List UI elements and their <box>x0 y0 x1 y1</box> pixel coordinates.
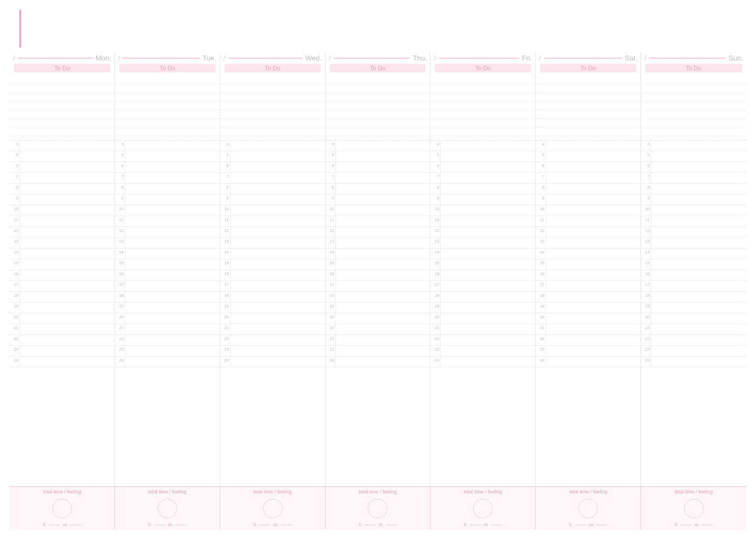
time-content[interactable] <box>335 162 430 172</box>
time-row[interactable]: 13 <box>430 238 535 249</box>
time-row[interactable]: 15 <box>10 259 114 270</box>
time-row[interactable]: 23 <box>10 346 114 357</box>
time-content[interactable] <box>230 227 325 237</box>
time-row[interactable]: 4 <box>115 141 220 151</box>
time-row[interactable]: 20 <box>430 313 535 324</box>
time-row[interactable]: 22 <box>641 335 746 346</box>
time-content[interactable] <box>19 238 114 248</box>
time-row[interactable]: 22 <box>536 335 640 346</box>
time-content[interactable] <box>125 184 220 194</box>
time-content[interactable] <box>545 324 640 335</box>
time-content[interactable] <box>125 151 220 162</box>
time-row[interactable]: 11 <box>641 216 746 227</box>
time-content[interactable] <box>230 249 325 259</box>
time-content[interactable] <box>19 270 114 280</box>
time-row[interactable]: 8 <box>115 184 220 195</box>
time-content[interactable] <box>335 357 430 367</box>
todo-area-3[interactable] <box>326 76 430 141</box>
time-row[interactable]: 15 <box>220 259 325 270</box>
time-row[interactable]: 19 <box>641 303 746 313</box>
time-row[interactable]: 6 <box>641 162 746 173</box>
time-content[interactable] <box>19 162 114 172</box>
time-row[interactable]: 9 <box>115 195 220 205</box>
time-row[interactable]: 9 <box>641 195 746 205</box>
time-row[interactable]: 20 <box>115 313 220 324</box>
time-row[interactable]: 22 <box>220 335 325 346</box>
time-content[interactable] <box>125 238 220 248</box>
time-content[interactable] <box>125 335 220 345</box>
time-content[interactable] <box>335 216 430 226</box>
time-row[interactable]: 8 <box>326 184 430 195</box>
time-row[interactable]: 19 <box>10 303 114 313</box>
time-content[interactable] <box>440 249 535 259</box>
time-content[interactable] <box>335 141 430 151</box>
time-content[interactable] <box>545 292 640 302</box>
time-row[interactable]: 24 <box>536 357 640 367</box>
time-row[interactable]: 8 <box>536 184 640 195</box>
time-content[interactable] <box>19 195 114 205</box>
time-content[interactable] <box>440 205 535 216</box>
time-row[interactable]: 7 <box>115 173 220 184</box>
time-row[interactable]: 16 <box>10 270 114 281</box>
time-content[interactable] <box>230 195 325 205</box>
time-content[interactable] <box>651 346 746 356</box>
time-content[interactable] <box>230 346 325 356</box>
time-content[interactable] <box>651 216 746 226</box>
time-row[interactable]: 18 <box>326 292 430 303</box>
time-content[interactable] <box>19 324 114 335</box>
time-content[interactable] <box>230 173 325 183</box>
time-content[interactable] <box>335 259 430 270</box>
time-content[interactable] <box>230 357 325 367</box>
time-content[interactable] <box>335 195 430 205</box>
time-row[interactable]: 13 <box>536 238 640 249</box>
time-content[interactable] <box>440 313 535 324</box>
time-row[interactable]: 22 <box>10 335 114 346</box>
todo-area-1[interactable] <box>115 76 220 141</box>
time-content[interactable] <box>125 227 220 237</box>
time-row[interactable]: 12 <box>326 227 430 238</box>
time-row[interactable]: 13 <box>220 238 325 249</box>
time-content[interactable] <box>545 227 640 237</box>
time-content[interactable] <box>440 270 535 280</box>
time-content[interactable] <box>651 205 746 216</box>
time-row[interactable]: 16 <box>220 270 325 281</box>
time-row[interactable]: 5 <box>10 151 114 162</box>
time-content[interactable] <box>230 259 325 270</box>
time-content[interactable] <box>440 173 535 183</box>
time-row[interactable]: 12 <box>10 227 114 238</box>
time-row[interactable]: 4 <box>10 141 114 151</box>
time-content[interactable] <box>440 151 535 162</box>
time-content[interactable] <box>651 324 746 335</box>
time-row[interactable]: 24 <box>326 357 430 367</box>
time-content[interactable] <box>545 281 640 291</box>
time-content[interactable] <box>335 292 430 302</box>
time-row[interactable]: 9 <box>326 195 430 205</box>
time-content[interactable] <box>19 249 114 259</box>
time-content[interactable] <box>651 141 746 151</box>
time-content[interactable] <box>230 324 325 335</box>
time-content[interactable] <box>440 184 535 194</box>
time-row[interactable]: 24 <box>430 357 535 367</box>
time-content[interactable] <box>545 259 640 270</box>
time-row[interactable]: 17 <box>220 281 325 292</box>
time-row[interactable]: 6 <box>326 162 430 173</box>
time-row[interactable]: 23 <box>220 346 325 357</box>
time-row[interactable]: 18 <box>641 292 746 303</box>
todo-area-0[interactable] <box>10 76 114 141</box>
time-row[interactable]: 17 <box>641 281 746 292</box>
time-content[interactable] <box>651 173 746 183</box>
time-row[interactable]: 21 <box>430 324 535 335</box>
time-content[interactable] <box>19 184 114 194</box>
time-content[interactable] <box>545 303 640 313</box>
time-row[interactable]: 12 <box>220 227 325 238</box>
time-row[interactable]: 20 <box>220 313 325 324</box>
time-content[interactable] <box>440 216 535 226</box>
time-content[interactable] <box>19 259 114 270</box>
time-content[interactable] <box>440 335 535 345</box>
time-content[interactable] <box>651 270 746 280</box>
time-content[interactable] <box>545 151 640 162</box>
time-content[interactable] <box>545 270 640 280</box>
time-content[interactable] <box>651 259 746 270</box>
time-content[interactable] <box>125 357 220 367</box>
time-content[interactable] <box>545 195 640 205</box>
